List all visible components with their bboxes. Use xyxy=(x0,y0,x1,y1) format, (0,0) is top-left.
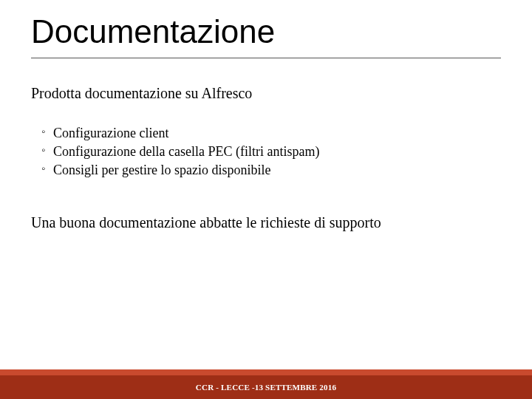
footer-text: CCR - LECCE -13 SETTEMBRE 2016 xyxy=(196,383,336,392)
closing-text: Una buona documentazione abbatte le rich… xyxy=(31,213,501,233)
slide-title: Documentazione xyxy=(31,13,501,50)
bullet-list: Configurazione client Configurazione del… xyxy=(41,124,501,180)
list-item: Consigli per gestire lo spazio disponibi… xyxy=(41,161,501,180)
slide: Documentazione Prodotta documentazione s… xyxy=(0,0,532,399)
title-underline xyxy=(31,58,501,58)
list-item: Configurazione della casella PEC (filtri… xyxy=(41,143,501,161)
list-item: Configurazione client xyxy=(41,124,501,143)
footer-accent-stripe xyxy=(0,369,532,375)
footer-bar: CCR - LECCE -13 SETTEMBRE 2016 xyxy=(0,375,532,399)
footer: CCR - LECCE -13 SETTEMBRE 2016 xyxy=(0,369,532,399)
intro-text: Prodotta documentazione su Alfresco xyxy=(31,83,501,103)
